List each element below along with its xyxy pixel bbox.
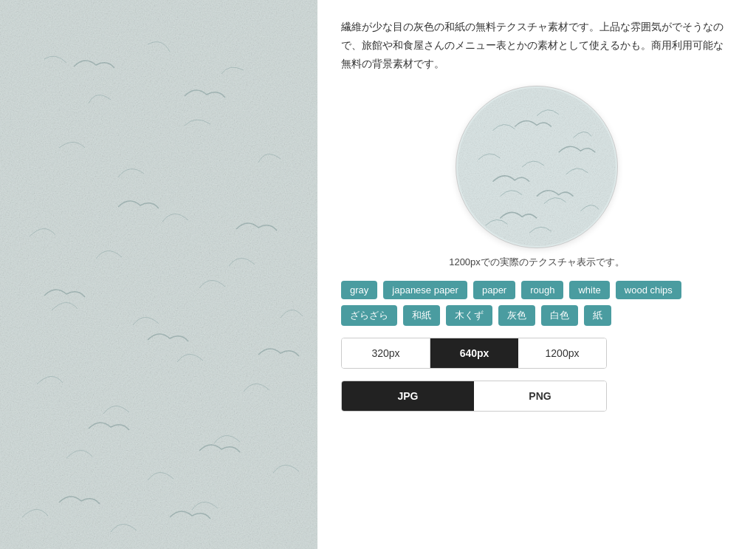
size-buttons: 320px640px1200px xyxy=(341,338,607,369)
circle-preview-container: 1200pxでの実際のテクスチャ表示です。 xyxy=(341,86,732,269)
format-buttons: JPGPNG xyxy=(341,381,607,412)
size-btn-320[interactable]: 320px xyxy=(342,338,430,368)
tag-kami[interactable]: 紙 xyxy=(584,305,611,326)
tag-gray[interactable]: gray xyxy=(341,281,377,299)
tag-zazagaza[interactable]: ざらざら xyxy=(341,305,397,326)
tag-wood-chips[interactable]: wood chips xyxy=(616,281,681,299)
preview-label: 1200pxでの実際のテクスチャ表示です。 xyxy=(449,256,625,269)
tag-japanese-paper[interactable]: japanese paper xyxy=(383,281,467,299)
texture-preview-panel xyxy=(0,0,317,549)
tag-white[interactable]: white xyxy=(569,281,609,299)
size-btn-1200[interactable]: 1200px xyxy=(518,338,606,368)
tag-paper[interactable]: paper xyxy=(473,281,515,299)
tag-washi[interactable]: 和紙 xyxy=(403,305,440,326)
circle-preview xyxy=(456,86,618,248)
svg-point-3 xyxy=(458,88,616,246)
format-btn-jpg[interactable]: JPG xyxy=(342,381,474,411)
size-buttons-group: 320px640px1200px xyxy=(341,338,732,369)
format-btn-png[interactable]: PNG xyxy=(474,381,606,411)
size-btn-640[interactable]: 640px xyxy=(430,338,518,368)
tags-section: grayjapanese paperpaperroughwhitewood ch… xyxy=(341,281,732,326)
svg-rect-0 xyxy=(0,0,317,549)
tag-hakushoku[interactable]: 白色 xyxy=(541,305,578,326)
description-text: 繊維が少な目の灰色の和紙の無料テクスチャ素材です。上品な雰囲気がでそうなので、旅… xyxy=(341,18,732,74)
right-panel: 繊維が少な目の灰色の和紙の無料テクスチャ素材です。上品な雰囲気がでそうなので、旅… xyxy=(317,0,756,549)
tag-rough[interactable]: rough xyxy=(521,281,563,299)
tag-kikuzu[interactable]: 木くず xyxy=(446,305,492,326)
tag-haishoku[interactable]: 灰色 xyxy=(498,305,535,326)
format-buttons-group: JPGPNG xyxy=(341,381,732,412)
texture-image xyxy=(0,0,317,549)
